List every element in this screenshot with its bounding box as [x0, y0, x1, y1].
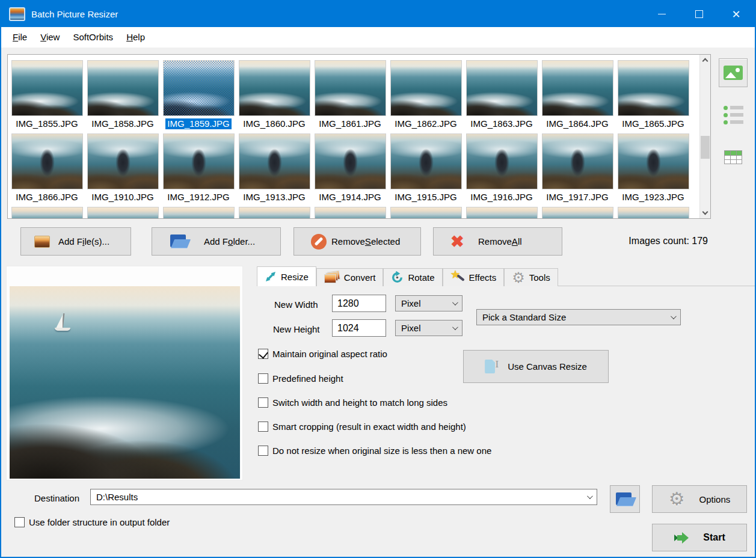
checkbox-icon[interactable] [258, 422, 268, 432]
resize-option-checkbox[interactable]: Smart cropping (result in exact width an… [258, 422, 466, 432]
thumbnail[interactable]: IMG_1914.JPG [312, 129, 388, 203]
options-button[interactable]: ⚙ Options [652, 485, 747, 513]
checkbox-icon[interactable] [14, 517, 25, 527]
width-unit-select[interactable]: Pixel [395, 295, 463, 311]
use-canvas-resize-button[interactable]: I Use Canvas Resize [463, 350, 609, 383]
thumbnail-image[interactable] [466, 133, 538, 189]
checkbox-icon[interactable] [258, 349, 268, 359]
thumbnail[interactable] [236, 203, 312, 219]
new-width-input[interactable] [332, 295, 386, 312]
menu-softorbits[interactable]: SoftOrbits [66, 29, 120, 45]
thumbnail[interactable]: IMG_1917.JPG [539, 129, 615, 203]
folder-structure-checkbox[interactable]: Use folder structure in output folder [14, 517, 170, 527]
thumbnail-image[interactable] [315, 60, 386, 116]
menu-view[interactable]: View [34, 29, 66, 45]
thumbnail-image[interactable] [618, 133, 689, 189]
tab-effects[interactable]: ★ Effects [443, 268, 505, 286]
tab-convert[interactable]: Convert [316, 268, 384, 286]
thumbnail[interactable]: IMG_1923.JPG [615, 129, 691, 203]
thumbnail-image[interactable] [87, 207, 159, 219]
thumbnail-image[interactable] [542, 133, 613, 189]
thumbnail[interactable] [615, 203, 691, 219]
tab-tools[interactable]: ⚙ Tools [504, 268, 558, 286]
thumbnail-image[interactable] [315, 207, 386, 219]
resize-option-checkbox[interactable]: Switch width and height to match long si… [258, 397, 447, 408]
thumbnail-image[interactable] [542, 60, 613, 116]
resize-option-checkbox[interactable]: Predefined height [258, 373, 343, 384]
thumbnail[interactable]: IMG_1859.JPG [161, 56, 236, 129]
thumbnail-image[interactable] [390, 133, 462, 189]
thumbnail-image[interactable] [390, 207, 462, 219]
thumbnail-image[interactable] [542, 207, 613, 219]
list-view-button[interactable] [719, 100, 748, 129]
checkbox-icon[interactable] [258, 446, 268, 456]
thumbnail-image[interactable] [87, 60, 159, 116]
thumbnail-view-button[interactable] [719, 58, 748, 87]
add-folder-button[interactable]: Add Folder... [152, 227, 281, 256]
scroll-down-icon[interactable] [700, 208, 710, 218]
thumbnail-image[interactable] [11, 60, 83, 116]
table-view-button[interactable] [719, 143, 748, 171]
maximize-icon [695, 10, 703, 18]
thumbnail[interactable]: IMG_1915.JPG [388, 129, 464, 203]
thumbnail-image[interactable] [163, 133, 235, 189]
thumbnail-image[interactable] [466, 60, 538, 116]
thumbnail-image[interactable] [11, 133, 83, 189]
thumbnail-image[interactable] [11, 207, 83, 219]
checkbox-icon[interactable] [258, 397, 268, 408]
minimize-button[interactable] [643, 1, 680, 27]
resize-option-checkbox[interactable]: Maintain original aspect ratio [258, 349, 387, 359]
thumbnail-image[interactable] [163, 207, 235, 219]
thumbnail[interactable]: IMG_1865.JPG [615, 56, 691, 129]
thumbnail[interactable]: IMG_1916.JPG [464, 129, 539, 203]
menu-help[interactable]: Help [120, 29, 152, 45]
browse-folder-button[interactable] [610, 485, 640, 513]
thumbnail[interactable]: IMG_1863.JPG [464, 56, 539, 129]
thumbnail-image[interactable] [315, 133, 386, 189]
thumbnail-image[interactable] [239, 133, 310, 189]
tab-rotate[interactable]: Rotate [383, 268, 442, 286]
remove-all-button[interactable]: ✖ Remove All [433, 227, 562, 256]
thumbnail[interactable]: IMG_1860.JPG [236, 56, 312, 129]
thumbnail-image[interactable] [618, 60, 689, 116]
tab-resize[interactable]: Resize [257, 266, 316, 286]
standard-size-select[interactable]: Pick a Standard Size [476, 309, 681, 325]
thumbnail[interactable] [388, 203, 464, 219]
thumbnail[interactable] [539, 203, 615, 219]
thumbnail[interactable]: IMG_1864.JPG [539, 56, 615, 129]
thumbnail[interactable]: IMG_1858.JPG [85, 56, 161, 129]
height-unit-select[interactable]: Pixel [395, 320, 463, 336]
scroll-up-icon[interactable] [700, 55, 710, 65]
new-height-input[interactable] [332, 319, 386, 337]
thumbnail-image[interactable] [466, 207, 538, 219]
scrollbar-thumb[interactable] [701, 136, 710, 159]
menu-file[interactable]: File [6, 29, 34, 45]
thumbnail[interactable] [161, 203, 236, 219]
maximize-button[interactable] [680, 1, 718, 27]
thumbnail[interactable] [85, 203, 161, 219]
thumbnail-image[interactable] [239, 60, 310, 116]
thumbnail[interactable]: IMG_1855.JPG [9, 56, 85, 129]
remove-selected-button[interactable]: Remove Selected [293, 227, 421, 256]
thumbnail-image[interactable] [163, 60, 235, 116]
thumbnail-image[interactable] [239, 207, 310, 219]
thumbnail[interactable] [9, 203, 85, 219]
add-files-button[interactable]: Add File(s)... [20, 227, 131, 256]
thumbnail[interactable]: IMG_1861.JPG [312, 56, 388, 129]
thumbnail[interactable] [312, 203, 388, 219]
start-button[interactable]: Start [652, 524, 747, 551]
thumbnail[interactable]: IMG_1913.JPG [236, 129, 312, 203]
close-button[interactable]: ✕ [718, 1, 755, 27]
checkbox-icon[interactable] [258, 373, 268, 384]
thumbnail[interactable] [464, 203, 539, 219]
thumbnail-image[interactable] [87, 133, 159, 189]
destination-combobox[interactable]: D:\Results [90, 489, 597, 505]
thumbnail[interactable]: IMG_1866.JPG [9, 129, 85, 203]
thumbnail-image[interactable] [390, 60, 462, 116]
thumbnail-scrollbar[interactable] [699, 55, 710, 218]
thumbnail[interactable]: IMG_1910.JPG [85, 129, 161, 203]
thumbnail[interactable]: IMG_1912.JPG [161, 129, 236, 203]
resize-option-checkbox[interactable]: Do not resize when original size is less… [258, 446, 491, 456]
thumbnail[interactable]: IMG_1862.JPG [388, 56, 464, 129]
thumbnail-image[interactable] [618, 207, 689, 219]
